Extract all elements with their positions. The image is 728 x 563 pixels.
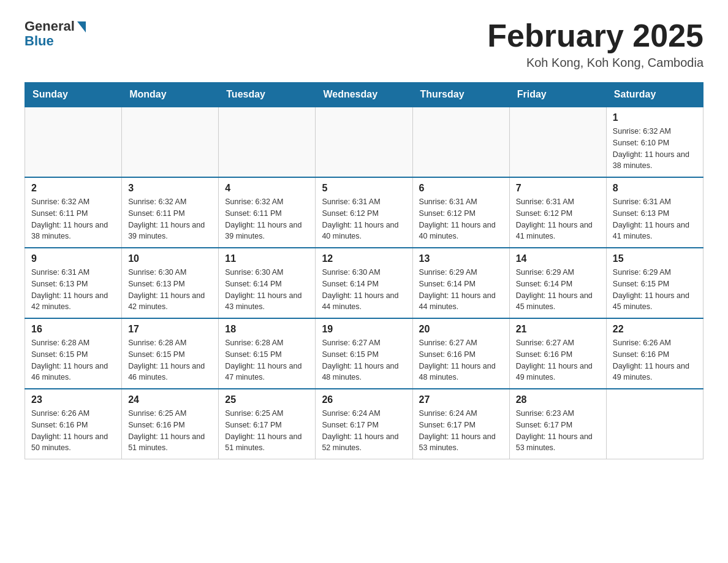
- week-row-0: 1Sunrise: 6:32 AM Sunset: 6:10 PM Daylig…: [25, 107, 703, 177]
- calendar-cell: 4Sunrise: 6:32 AM Sunset: 6:11 PM Daylig…: [219, 177, 316, 248]
- day-number: 1: [613, 112, 697, 123]
- day-number: 13: [419, 253, 503, 264]
- day-number: 21: [516, 324, 600, 335]
- day-number: 18: [225, 324, 309, 335]
- day-number: 22: [613, 324, 697, 335]
- day-info: Sunrise: 6:31 AM Sunset: 6:12 PM Dayligh…: [516, 196, 600, 242]
- day-info: Sunrise: 6:31 AM Sunset: 6:13 PM Dayligh…: [31, 267, 115, 313]
- calendar-cell: 1Sunrise: 6:32 AM Sunset: 6:10 PM Daylig…: [606, 107, 703, 177]
- day-number: 23: [31, 394, 115, 405]
- day-number: 7: [516, 183, 600, 194]
- month-title: February 2025: [487, 18, 703, 53]
- calendar-cell: 14Sunrise: 6:29 AM Sunset: 6:14 PM Dayli…: [509, 248, 606, 318]
- calendar-cell: 3Sunrise: 6:32 AM Sunset: 6:11 PM Daylig…: [122, 177, 219, 248]
- calendar-cell: [122, 107, 219, 177]
- day-info: Sunrise: 6:30 AM Sunset: 6:13 PM Dayligh…: [128, 267, 212, 313]
- calendar-cell: 23Sunrise: 6:26 AM Sunset: 6:16 PM Dayli…: [25, 389, 122, 459]
- day-number: 14: [516, 253, 600, 264]
- logo-general-text: General: [25, 18, 75, 34]
- weekday-header-saturday: Saturday: [606, 83, 703, 107]
- day-number: 8: [613, 183, 697, 194]
- week-row-3: 16Sunrise: 6:28 AM Sunset: 6:15 PM Dayli…: [25, 318, 703, 389]
- day-info: Sunrise: 6:30 AM Sunset: 6:14 PM Dayligh…: [225, 267, 309, 313]
- week-row-1: 2Sunrise: 6:32 AM Sunset: 6:11 PM Daylig…: [25, 177, 703, 248]
- calendar-cell: 27Sunrise: 6:24 AM Sunset: 6:17 PM Dayli…: [412, 389, 509, 459]
- day-info: Sunrise: 6:24 AM Sunset: 6:17 PM Dayligh…: [419, 408, 503, 454]
- day-number: 17: [128, 324, 212, 335]
- day-info: Sunrise: 6:32 AM Sunset: 6:11 PM Dayligh…: [225, 196, 309, 242]
- day-number: 26: [322, 394, 406, 405]
- day-number: 10: [128, 253, 212, 264]
- weekday-header-sunday: Sunday: [25, 83, 122, 107]
- day-number: 6: [419, 183, 503, 194]
- calendar-cell: 10Sunrise: 6:30 AM Sunset: 6:13 PM Dayli…: [122, 248, 219, 318]
- day-number: 9: [31, 253, 115, 264]
- day-number: 24: [128, 394, 212, 405]
- calendar-cell: 7Sunrise: 6:31 AM Sunset: 6:12 PM Daylig…: [509, 177, 606, 248]
- day-info: Sunrise: 6:31 AM Sunset: 6:12 PM Dayligh…: [419, 196, 503, 242]
- calendar-cell: 12Sunrise: 6:30 AM Sunset: 6:14 PM Dayli…: [316, 248, 412, 318]
- calendar-cell: 22Sunrise: 6:26 AM Sunset: 6:16 PM Dayli…: [606, 318, 703, 389]
- calendar-cell: 16Sunrise: 6:28 AM Sunset: 6:15 PM Dayli…: [25, 318, 122, 389]
- day-info: Sunrise: 6:26 AM Sunset: 6:16 PM Dayligh…: [613, 337, 697, 383]
- logo-arrow-icon: [77, 21, 86, 33]
- day-number: 19: [322, 324, 406, 335]
- day-number: 5: [322, 183, 406, 194]
- calendar-cell: [219, 107, 316, 177]
- calendar-cell: 9Sunrise: 6:31 AM Sunset: 6:13 PM Daylig…: [25, 248, 122, 318]
- weekday-header-friday: Friday: [509, 83, 606, 107]
- day-info: Sunrise: 6:29 AM Sunset: 6:15 PM Dayligh…: [613, 267, 697, 313]
- day-info: Sunrise: 6:26 AM Sunset: 6:16 PM Dayligh…: [31, 408, 115, 454]
- weekday-header-tuesday: Tuesday: [219, 83, 316, 107]
- logo: General Blue: [25, 18, 86, 49]
- day-number: 20: [419, 324, 503, 335]
- calendar-cell: 6Sunrise: 6:31 AM Sunset: 6:12 PM Daylig…: [412, 177, 509, 248]
- calendar-cell: 8Sunrise: 6:31 AM Sunset: 6:13 PM Daylig…: [606, 177, 703, 248]
- day-info: Sunrise: 6:27 AM Sunset: 6:16 PM Dayligh…: [516, 337, 600, 383]
- calendar-cell: [316, 107, 412, 177]
- day-info: Sunrise: 6:32 AM Sunset: 6:10 PM Dayligh…: [613, 126, 697, 172]
- weekday-header-monday: Monday: [122, 83, 219, 107]
- calendar-cell: 20Sunrise: 6:27 AM Sunset: 6:16 PM Dayli…: [412, 318, 509, 389]
- day-info: Sunrise: 6:25 AM Sunset: 6:17 PM Dayligh…: [225, 408, 309, 454]
- calendar-cell: 28Sunrise: 6:23 AM Sunset: 6:17 PM Dayli…: [509, 389, 606, 459]
- day-info: Sunrise: 6:32 AM Sunset: 6:11 PM Dayligh…: [128, 196, 212, 242]
- calendar-cell: [25, 107, 122, 177]
- day-number: 12: [322, 253, 406, 264]
- location: Koh Kong, Koh Kong, Cambodia: [487, 56, 703, 70]
- calendar-cell: 24Sunrise: 6:25 AM Sunset: 6:16 PM Dayli…: [122, 389, 219, 459]
- calendar-cell: 2Sunrise: 6:32 AM Sunset: 6:11 PM Daylig…: [25, 177, 122, 248]
- day-info: Sunrise: 6:29 AM Sunset: 6:14 PM Dayligh…: [419, 267, 503, 313]
- day-info: Sunrise: 6:28 AM Sunset: 6:15 PM Dayligh…: [31, 337, 115, 383]
- calendar-cell: 21Sunrise: 6:27 AM Sunset: 6:16 PM Dayli…: [509, 318, 606, 389]
- calendar-cell: 18Sunrise: 6:28 AM Sunset: 6:15 PM Dayli…: [219, 318, 316, 389]
- day-info: Sunrise: 6:30 AM Sunset: 6:14 PM Dayligh…: [322, 267, 406, 313]
- day-info: Sunrise: 6:32 AM Sunset: 6:11 PM Dayligh…: [31, 196, 115, 242]
- calendar-table: SundayMondayTuesdayWednesdayThursdayFrid…: [25, 82, 703, 459]
- page-header: General Blue February 2025 Koh Kong, Koh…: [25, 18, 703, 70]
- day-info: Sunrise: 6:24 AM Sunset: 6:17 PM Dayligh…: [322, 408, 406, 454]
- calendar-cell: [606, 389, 703, 459]
- day-info: Sunrise: 6:31 AM Sunset: 6:13 PM Dayligh…: [613, 196, 697, 242]
- day-info: Sunrise: 6:31 AM Sunset: 6:12 PM Dayligh…: [322, 196, 406, 242]
- calendar-cell: 25Sunrise: 6:25 AM Sunset: 6:17 PM Dayli…: [219, 389, 316, 459]
- day-number: 4: [225, 183, 309, 194]
- day-info: Sunrise: 6:28 AM Sunset: 6:15 PM Dayligh…: [225, 337, 309, 383]
- day-number: 3: [128, 183, 212, 194]
- weekday-header-thursday: Thursday: [412, 83, 509, 107]
- calendar-cell: 11Sunrise: 6:30 AM Sunset: 6:14 PM Dayli…: [219, 248, 316, 318]
- day-info: Sunrise: 6:25 AM Sunset: 6:16 PM Dayligh…: [128, 408, 212, 454]
- day-info: Sunrise: 6:28 AM Sunset: 6:15 PM Dayligh…: [128, 337, 212, 383]
- day-number: 15: [613, 253, 697, 264]
- day-number: 28: [516, 394, 600, 405]
- calendar-cell: 13Sunrise: 6:29 AM Sunset: 6:14 PM Dayli…: [412, 248, 509, 318]
- day-number: 25: [225, 394, 309, 405]
- day-number: 16: [31, 324, 115, 335]
- logo-top: General: [25, 18, 86, 34]
- calendar-cell: [509, 107, 606, 177]
- calendar-cell: 19Sunrise: 6:27 AM Sunset: 6:15 PM Dayli…: [316, 318, 412, 389]
- calendar-cell: [412, 107, 509, 177]
- day-number: 2: [31, 183, 115, 194]
- calendar-cell: 5Sunrise: 6:31 AM Sunset: 6:12 PM Daylig…: [316, 177, 412, 248]
- day-info: Sunrise: 6:27 AM Sunset: 6:15 PM Dayligh…: [322, 337, 406, 383]
